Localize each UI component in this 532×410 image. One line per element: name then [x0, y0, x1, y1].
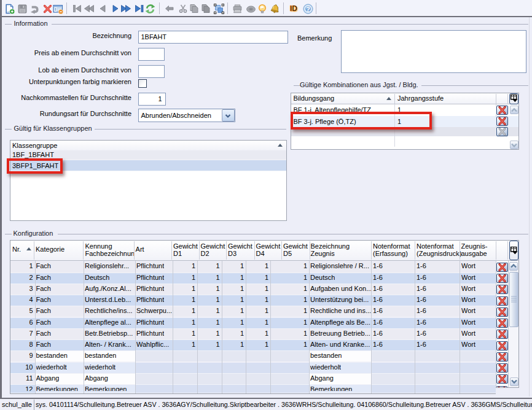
svg-text:?: ? [306, 5, 310, 12]
